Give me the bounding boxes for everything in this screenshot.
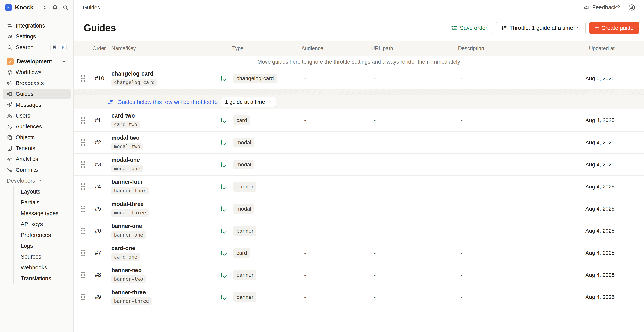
drag-handle[interactable] (74, 183, 92, 190)
drag-handle[interactable] (74, 161, 92, 168)
drag-handle[interactable] (74, 205, 92, 212)
guide-row-2[interactable]: #2 modal-two modal-two modal - - - Aug 4… (74, 131, 644, 153)
throttle-divider-text: Guides below this row will be throttled … (118, 99, 218, 105)
guide-row-10[interactable]: #10 changelog-card changelog-card change… (74, 67, 644, 90)
sidebar-item-sources[interactable]: Sources (14, 251, 73, 262)
sidebar-item-message-types[interactable]: Message types (14, 208, 73, 219)
drag-handle[interactable] (74, 271, 92, 279)
swap-arrows-icon (7, 23, 12, 29)
chevron-down-icon (62, 59, 66, 64)
sidebar-item-search[interactable]: Search ⌘ K (3, 42, 71, 53)
sidebar-item-translations[interactable]: Translations (14, 273, 73, 284)
throttle-dropdown-button[interactable]: Throttle: 1 guide at a time (496, 22, 586, 34)
list-check-icon (451, 25, 457, 31)
url-path-value: - (371, 206, 458, 212)
throttled-guides-list: #1 card-two card-two card - - - Aug 4, 2… (74, 109, 644, 308)
type-badge: banner (233, 292, 256, 302)
drag-handle[interactable] (74, 293, 92, 301)
environment-switcher-development[interactable]: Development (3, 56, 71, 67)
guide-name: changelog-card (112, 71, 153, 77)
sidebar-item-users[interactable]: Users (3, 110, 71, 121)
sidebar-item-audiences[interactable]: Audiences (3, 121, 71, 132)
sidebar-item-broadcasts[interactable]: Broadcasts (3, 78, 71, 89)
developers-section-toggle[interactable]: Developers (3, 175, 71, 186)
search-icon[interactable] (62, 5, 68, 11)
drag-dots-icon (81, 161, 85, 168)
guide-key-badge: card-two (112, 121, 140, 128)
drag-handle[interactable] (74, 249, 92, 257)
sidebar-item-partials[interactable]: Partials (14, 197, 73, 208)
guide-key-badge: banner-one (112, 231, 146, 239)
guide-row-9[interactable]: #9 banner-three banner-three banner - - … (74, 286, 644, 308)
updated-at-value: Aug 4, 2025 (542, 272, 644, 278)
page-title: Guides (84, 22, 116, 34)
sidebar-item-logs[interactable]: Logs (14, 240, 73, 251)
sidebar-item-integrations[interactable]: Integrations (3, 20, 71, 31)
url-path-value: - (371, 294, 458, 300)
guide-row-4[interactable]: #4 banner-four banner-four banner - - - … (74, 175, 644, 198)
users-icon (7, 113, 12, 119)
save-order-button[interactable]: Save order (446, 22, 492, 34)
col-description: Description (458, 46, 542, 52)
guide-row-1[interactable]: #1 card-two card-two card - - - Aug 4, 2… (74, 109, 644, 131)
guide-row-3[interactable]: #3 modal-one modal-one modal - - - Aug 4… (74, 153, 644, 175)
create-guide-button[interactable]: + Create guide (590, 22, 639, 34)
guide-row-8[interactable]: #8 banner-two banner-two banner - - - Au… (74, 264, 644, 286)
megaphone-icon (584, 5, 590, 11)
unfold-icon[interactable] (42, 5, 48, 10)
unthrottled-drop-hint: Move guides here to ignore the throttle … (74, 56, 644, 67)
sidebar-item-settings[interactable]: Settings (3, 31, 71, 42)
person-check-icon (7, 124, 12, 129)
guide-name: banner-four (112, 179, 143, 185)
description-value: - (458, 117, 542, 123)
updated-at-value: Aug 4, 2025 (542, 184, 644, 190)
col-type: Type (232, 46, 302, 52)
drag-dots-icon (81, 117, 85, 124)
drag-handle[interactable] (74, 139, 92, 146)
drag-handle[interactable] (74, 227, 92, 235)
sidebar-item-analytics[interactable]: Analytics (3, 154, 71, 164)
pages-icon (7, 134, 12, 140)
sidebar-item-webhooks[interactable]: Webhooks (14, 262, 73, 273)
guide-row-5[interactable]: #5 modal-three modal-three modal - - - A… (74, 198, 644, 220)
guide-key-badge: changelog-card (112, 79, 157, 86)
audience-value: - (302, 294, 371, 300)
guide-row-7[interactable]: #7 card-one card-one card - - - Aug 4, 2… (74, 242, 644, 264)
feedback-button[interactable]: Feedback? (584, 4, 620, 11)
account-avatar-icon[interactable] (628, 4, 636, 11)
sidebar-item-commits[interactable]: Commits (3, 164, 71, 175)
audience-value: - (302, 75, 371, 82)
drag-handle[interactable] (74, 117, 92, 124)
active-check-icon (221, 251, 222, 255)
sidebar-item-api-keys[interactable]: API keys (14, 219, 73, 229)
breadcrumb[interactable]: Guides (83, 5, 100, 11)
sidebar-item-tenants[interactable]: Tenants (3, 143, 71, 154)
updated-at-value: Aug 4, 2025 (542, 117, 644, 123)
sidebar-item-preferences[interactable]: Preferences (14, 229, 73, 240)
gear-icon (7, 34, 12, 39)
sidebar-item-workflows[interactable]: Workflows (3, 67, 71, 78)
active-check-icon (221, 295, 222, 299)
drag-dots-icon (81, 205, 85, 212)
main-content: Guides Feedback? Guides Save order Throt… (74, 0, 644, 332)
workspace-switcher: k Knock (0, 0, 73, 15)
sidebar-item-label: Guides (16, 91, 34, 97)
bell-icon[interactable] (52, 5, 58, 11)
description-value: - (458, 206, 542, 212)
sidebar-item-layouts[interactable]: Layouts (14, 186, 73, 197)
guide-name: card-two (112, 113, 135, 119)
guide-row-6[interactable]: #6 banner-one banner-one banner - - - Au… (74, 220, 644, 242)
sidebar-item-guides[interactable]: Guides (3, 89, 71, 99)
throttle-value-dropdown[interactable]: 1 guide at a time (221, 97, 276, 107)
url-path-value: - (371, 184, 458, 190)
order-value: #3 (92, 161, 112, 168)
drag-handle[interactable] (74, 75, 92, 82)
sidebar-item-objects[interactable]: Objects (3, 132, 71, 143)
audience-value: - (302, 272, 371, 278)
type-badge: modal (233, 138, 254, 147)
megaphone-icon (7, 80, 12, 86)
url-path-value: - (371, 162, 458, 168)
chevron-down-icon (576, 25, 581, 31)
drag-dots-icon (81, 139, 85, 146)
sidebar-item-messages[interactable]: Messages (3, 99, 71, 110)
